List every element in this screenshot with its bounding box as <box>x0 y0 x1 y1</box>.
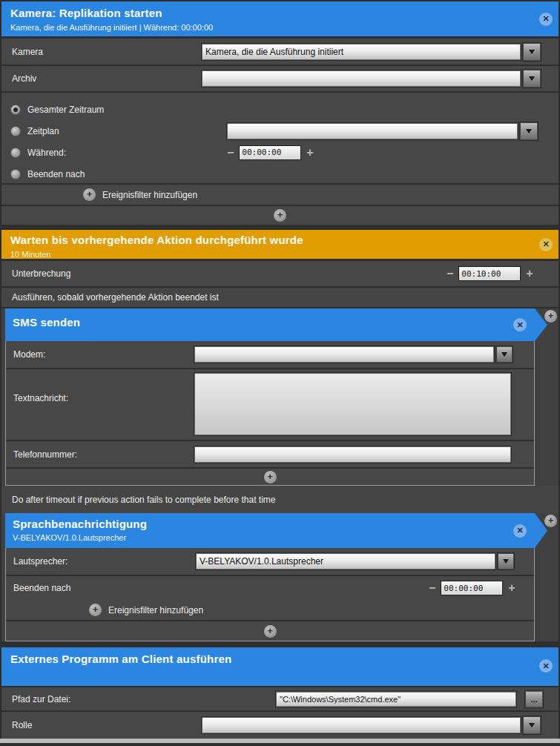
external-header: Externes Programm am Client ausführen ✕ <box>1 647 559 687</box>
archive-row: Archiv <box>1 66 559 93</box>
voice-title: Sprachbenachrichtigung <box>13 518 540 530</box>
action-block-voice: Sprachbenachrichtigung V-BELYAKOV/1.0.La… <box>1 513 559 641</box>
speaker-select[interactable] <box>196 553 495 570</box>
voice-header: Sprachbenachrichtigung V-BELYAKOV/1.0.La… <box>5 513 547 548</box>
action-block-wait: Warten bis vorhergehende Aktion durchgef… <box>1 230 559 641</box>
close-icon[interactable]: ✕ <box>539 13 553 26</box>
radio-label: Zeitplan <box>27 126 59 136</box>
end-after-spinner: − + <box>429 581 515 595</box>
speaker-label: Lautsprecher: <box>6 556 67 567</box>
bottom-divider <box>0 739 560 743</box>
path-row: Pfad zur Datei: ... <box>1 687 559 712</box>
browse-button[interactable]: ... <box>525 690 543 707</box>
close-icon[interactable]: ✕ <box>539 238 553 251</box>
action-block-sms: SMS senden ✕ + Modem: Textnachricht: T <box>1 308 559 486</box>
interrupt-row: Unterbrechung − + <box>1 261 559 288</box>
close-icon[interactable]: ✕ <box>513 524 527 538</box>
minus-icon[interactable]: − <box>227 147 234 159</box>
minus-icon[interactable]: − <box>447 268 453 280</box>
archive-label: Archiv <box>1 73 36 84</box>
camera-dropdown <box>202 43 541 61</box>
phone-row: Telefonnummer: <box>6 441 534 469</box>
add-icon[interactable]: + <box>264 625 277 638</box>
replication-title: Kamera: Replikation starten <box>10 7 550 19</box>
radio-waehrend[interactable] <box>10 148 21 158</box>
add-action-row: + <box>6 469 534 485</box>
replication-subtitle: Kamera, die die Ausführung initiiert | W… <box>10 23 550 32</box>
modem-select[interactable] <box>194 346 494 363</box>
wait-subtitle: 10 Minuten <box>10 250 550 259</box>
end-after-label: Beenden nach <box>6 583 70 593</box>
radio-label: Während: <box>27 148 66 158</box>
close-icon[interactable]: ✕ <box>539 659 553 673</box>
plus-icon[interactable]: + <box>306 147 313 159</box>
minus-icon[interactable]: − <box>429 582 435 594</box>
path-label: Pfad zur Datei: <box>1 694 70 704</box>
external-title: Externes Programm am Client ausführen <box>10 653 550 665</box>
interrupt-label: Unterbrechung <box>1 268 70 279</box>
chevron-down-icon[interactable] <box>523 716 541 734</box>
add-filter-icon[interactable]: + <box>83 188 96 201</box>
zeitplan-dropdown <box>227 122 538 140</box>
plus-icon[interactable]: + <box>526 268 533 280</box>
add-icon[interactable]: + <box>264 471 277 483</box>
add-event-filter-label: Ereignisfilter hinzufügen <box>102 190 197 200</box>
phone-input[interactable] <box>194 446 511 463</box>
end-after-time-input[interactable] <box>441 581 503 595</box>
voice-subtitle: V-BELYAKOV/1.0.Lautsprecher <box>13 533 540 542</box>
chevron-down-icon[interactable] <box>523 70 541 88</box>
zeitplan-select[interactable] <box>227 123 518 139</box>
chevron-down-icon[interactable] <box>520 122 538 140</box>
chevron-down-icon[interactable] <box>498 553 514 570</box>
wait-header: Warten bis vorhergehende Aktion durchgef… <box>1 230 559 261</box>
wait-title: Warten bis vorhergehende Aktion durchgef… <box>10 234 550 246</box>
modem-label: Modem: <box>6 349 45 360</box>
camera-label: Kamera <box>1 47 43 57</box>
add-action-row: + <box>6 621 534 641</box>
plus-icon[interactable]: + <box>508 582 515 594</box>
rolle-select[interactable] <box>202 717 521 733</box>
chevron-down-icon[interactable] <box>523 43 541 61</box>
modem-row: Modem: <box>6 341 534 369</box>
radio-gesamter-zeitraum[interactable] <box>10 105 21 115</box>
archive-select[interactable] <box>202 70 521 87</box>
macro-editor: Kamera: Replikation starten Kamera, die … <box>0 1 560 746</box>
add-icon[interactable]: + <box>544 515 557 527</box>
action-block-external-program: Externes Programm am Client ausführen ✕ … <box>1 647 559 743</box>
modem-dropdown <box>194 346 513 363</box>
action-block-replication: Kamera: Replikation starten Kamera, die … <box>1 1 559 225</box>
radio-zeitplan[interactable] <box>10 126 21 136</box>
rolle-row: Rolle <box>1 712 559 739</box>
radio-row-beenden-nach: Beenden nach <box>1 163 559 185</box>
interrupt-spinner: − + <box>447 266 533 281</box>
time-mode-group: Gesamter Zeitraum Zeitplan Während: − + <box>1 93 559 185</box>
radio-row-zeitplan: Zeitplan <box>1 120 559 142</box>
add-event-filter-label: Ereignisfilter hinzufügen <box>108 605 203 615</box>
add-icon[interactable]: + <box>274 209 286 222</box>
chevron-down-icon[interactable] <box>496 346 513 363</box>
phone-label: Telefonnummer: <box>6 449 77 460</box>
add-event-filter-row[interactable]: + Ereignisfilter hinzufügen <box>1 185 559 206</box>
camera-select[interactable] <box>202 44 521 60</box>
sms-header: SMS senden ✕ <box>5 308 547 341</box>
message-textarea[interactable] <box>194 373 511 435</box>
radio-beenden-nach[interactable] <box>10 169 21 179</box>
interrupt-time-input[interactable] <box>458 266 521 281</box>
add-icon[interactable]: + <box>544 310 557 323</box>
radio-label: Gesamter Zeitraum <box>27 105 104 115</box>
speaker-dropdown <box>196 553 514 570</box>
add-action-row: + <box>1 206 559 225</box>
on-timeout-label: Do after timeout if previous action fail… <box>1 495 276 505</box>
rolle-label: Rolle <box>1 720 32 730</box>
radio-row-gesamter-zeitraum: Gesamter Zeitraum <box>1 99 559 120</box>
camera-row: Kamera <box>1 39 559 66</box>
add-event-filter-row[interactable]: + Ereignisfilter hinzufügen <box>6 600 534 621</box>
add-filter-icon[interactable]: + <box>89 604 102 616</box>
path-input[interactable] <box>276 691 516 707</box>
close-icon[interactable]: ✕ <box>513 318 527 331</box>
on-finish-label: Ausführen, sobald vorhergehende Aktion b… <box>1 292 219 303</box>
radio-row-waehrend: Während: − + <box>1 142 559 163</box>
archive-dropdown <box>202 70 541 88</box>
waehrend-spinner: − + <box>227 145 314 160</box>
waehrend-time-input[interactable] <box>239 145 301 160</box>
